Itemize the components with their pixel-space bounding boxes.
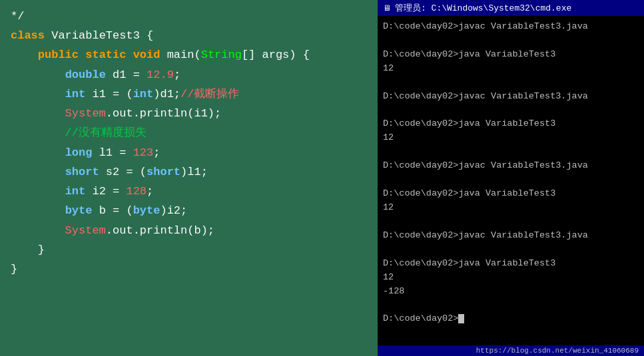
cmd-line	[383, 76, 639, 90]
cmd-title: 管理员: C:\Windows\System32\cmd.exe	[395, 2, 571, 14]
cmd-line	[383, 145, 639, 159]
cmd-line	[383, 34, 639, 48]
code-line: int i1 = (int)d1;//截断操作	[11, 85, 367, 104]
code-line: //没有精度损失	[11, 123, 367, 142]
code-line: int i2 = 128;	[11, 182, 367, 201]
cmd-output: 12	[383, 201, 639, 215]
cmd-titlebar: 🖥 管理员: C:\Windows\System32\cmd.exe	[378, 0, 644, 16]
cmd-line: D:\code\day02>java VariableTest3	[383, 48, 639, 62]
code-line: short s2 = (short)l1;	[11, 162, 367, 182]
cmd-prompt-line: D:\code\day02>	[383, 312, 639, 326]
cmd-line: D:\code\day02>javac VariableTest3.java	[383, 159, 639, 173]
code-line: */	[11, 7, 367, 26]
code-line: System.out.println(i1);	[11, 104, 367, 123]
cmd-line: D:\code\day02>javac VariableTest3.java	[383, 90, 639, 104]
cmd-line	[383, 243, 639, 257]
code-panel: */ class VariableTest3 { public static v…	[0, 0, 378, 356]
code-line: byte b = (byte)i2;	[11, 201, 367, 220]
cmd-line	[383, 298, 639, 312]
cursor	[458, 314, 464, 323]
cmd-output: 12	[383, 271, 639, 285]
cmd-output-negative: -128	[383, 285, 639, 299]
cmd-line: D:\code\day02>java VariableTest3	[383, 187, 639, 201]
cmd-panel: 🖥 管理员: C:\Windows\System32\cmd.exe D:\co…	[378, 0, 644, 356]
code-line: double d1 = 12.9;	[11, 65, 367, 85]
cmd-icon: 🖥	[383, 3, 391, 13]
cmd-line: D:\code\day02>java VariableTest3	[383, 117, 639, 131]
code-line: class VariableTest3 {	[11, 26, 367, 45]
cmd-line	[383, 104, 639, 118]
cmd-line	[383, 215, 639, 229]
cmd-line: D:\code\day02>javac VariableTest3.java	[383, 20, 639, 34]
code-line: }	[11, 240, 367, 260]
cmd-content: D:\code\day02>javac VariableTest3.java D…	[378, 16, 644, 345]
cmd-line: D:\code\day02>java VariableTest3	[383, 257, 639, 271]
cmd-output: 12	[383, 62, 639, 76]
cmd-line: D:\code\day02>javac VariableTest3.java	[383, 229, 639, 243]
cmd-line	[383, 173, 639, 187]
code-line: System.out.println(b);	[11, 221, 367, 240]
cmd-output: 12	[383, 131, 639, 145]
code-line: }	[11, 260, 367, 279]
code-line: long l1 = 123;	[11, 143, 367, 162]
code-line: public static void main(String[] args) {	[11, 45, 367, 65]
cmd-watermark: https://blog.csdn.net/weixin_41060689	[378, 345, 644, 356]
